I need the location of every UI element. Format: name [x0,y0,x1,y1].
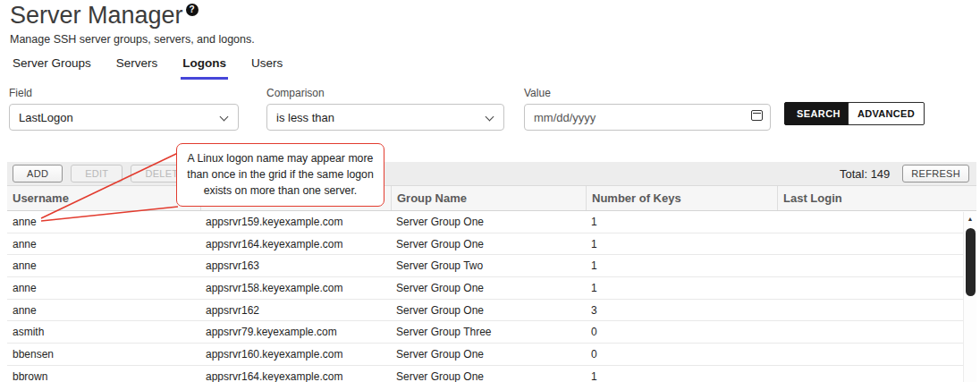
cell-username: anne [7,216,200,228]
cell-server-name: appsrvr159.keyexample.com [200,216,391,228]
table-row[interactable]: anne appsrvr163 Server Group Two 1 [7,255,976,277]
cell-username: anne [7,282,200,294]
cell-group-name: Server Group One [391,216,586,228]
scroll-up-icon[interactable]: ▲ [964,212,976,226]
annotation-callout-text: A Linux logon name may appear more than … [187,152,374,197]
comparison-select[interactable]: is less than [266,104,504,131]
advanced-button[interactable]: ADVANCED [848,102,925,125]
cell-server-name: appsrvr164.keyexample.com [200,370,391,382]
annotation-callout: A Linux logon name may appear more than … [176,143,384,207]
cell-group-name: Server Group One [391,282,586,294]
cell-group-name: Server Group Two [391,259,586,272]
table-row[interactable]: anne appsrvr164.keyexample.com Server Gr… [7,233,976,256]
vertical-scrollbar[interactable]: ▲ [963,212,976,382]
value-label: Value [524,87,771,99]
cell-server-name: appsrvr163 [200,259,391,272]
cell-group-name: Server Group One [391,238,586,250]
comparison-label: Comparison [266,87,504,99]
help-icon[interactable]: ? [186,4,199,16]
field-filter-group: Field LastLogon [9,87,239,131]
tab-logons[interactable]: Logons [181,55,228,80]
tab-server-groups[interactable]: Server Groups [11,55,93,80]
column-header-group-name[interactable]: Group Name [391,186,586,210]
comparison-filter-group: Comparison is less than [266,87,504,131]
cell-group-name: Server Group One [391,348,586,361]
page-subtitle: Manage SSH server groups, servers, and l… [10,33,255,46]
cell-username: anne [7,259,200,272]
edit-button[interactable]: EDIT [71,165,122,183]
calendar-icon[interactable] [751,110,763,121]
add-button[interactable]: ADD [13,165,63,183]
column-header-username[interactable]: Username [7,186,200,210]
cell-number-of-keys: 3 [586,304,777,317]
logons-grid: ADD EDIT DELETE Total: 149 REFRESH Usern… [7,162,976,382]
tab-users[interactable]: Users [249,55,284,80]
column-header-last-login[interactable]: Last Login [777,186,976,210]
table-row[interactable]: asmith appsrvr79.keyexample.com Server G… [7,321,976,344]
table-body: anne appsrvr159.keyexample.com Server Gr… [7,211,976,382]
cell-server-name: appsrvr162 [200,304,391,317]
page-title-text: Server Manager [10,2,183,29]
field-select[interactable]: LastLogon [9,104,239,131]
table-row[interactable]: anne appsrvr159.keyexample.com Server Gr… [7,211,976,233]
refresh-button[interactable]: REFRESH [902,165,969,183]
table-header-row: Username Server Name Group Name Number o… [7,185,976,211]
cell-number-of-keys: 0 [586,326,777,338]
cell-username: bbensen [7,348,200,361]
cell-username: bbrown [7,370,200,382]
cell-username: asmith [7,326,200,338]
column-header-number-of-keys[interactable]: Number of Keys [586,186,777,210]
tab-servers[interactable]: Servers [114,55,160,80]
table-row[interactable]: anne appsrvr158.keyexample.com Server Gr… [7,277,976,300]
scrollbar-thumb[interactable] [966,228,976,296]
cell-number-of-keys: 1 [586,370,777,382]
chevron-down-icon [220,113,229,122]
cell-group-name: Server Group One [391,370,586,382]
search-button[interactable]: SEARCH [784,102,853,125]
field-label: Field [9,87,239,99]
grid-toolbar: ADD EDIT DELETE Total: 149 REFRESH [7,162,976,185]
cell-number-of-keys: 1 [586,216,777,228]
cell-server-name: appsrvr158.keyexample.com [200,282,391,294]
value-date-input[interactable] [524,104,771,131]
tab-bar: Server Groups Servers Logons Users [11,55,284,80]
page-title: Server Manager? [10,2,255,30]
value-filter-group: Value [524,87,771,131]
table-row[interactable]: anne appsrvr162 Server Group One 3 [7,300,976,322]
cell-group-name: Server Group Three [391,326,586,338]
cell-group-name: Server Group One [391,304,586,317]
table-row[interactable]: bbensen appsrvr160.keyexample.com Server… [7,344,976,366]
chevron-down-icon [486,113,494,122]
cell-server-name: appsrvr160.keyexample.com [200,348,391,361]
server-manager-page: Server Manager? Manage SSH server groups… [0,0,980,382]
cell-server-name: appsrvr164.keyexample.com [200,238,391,250]
comparison-select-value: is less than [276,111,334,124]
cell-username: anne [7,304,200,317]
cell-number-of-keys: 1 [586,282,777,294]
cell-server-name: appsrvr79.keyexample.com [200,326,391,338]
total-count: Total: 149 [840,167,890,181]
page-header: Server Manager? Manage SSH server groups… [10,0,255,46]
cell-number-of-keys: 1 [586,238,777,250]
cell-number-of-keys: 0 [586,348,777,361]
cell-number-of-keys: 1 [586,259,777,272]
field-select-value: LastLogon [19,111,73,124]
table-row[interactable]: bbrown appsrvr164.keyexample.com Server … [7,366,976,382]
cell-username: anne [7,238,200,250]
